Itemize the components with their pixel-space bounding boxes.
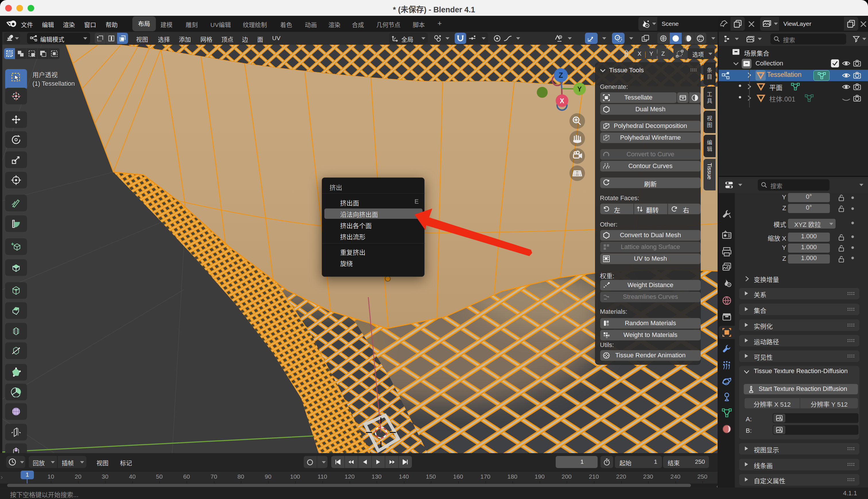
svg-text:X: X [560,97,564,105]
svg-text:Y: Y [577,85,582,93]
svg-text:Z: Z [559,71,563,79]
